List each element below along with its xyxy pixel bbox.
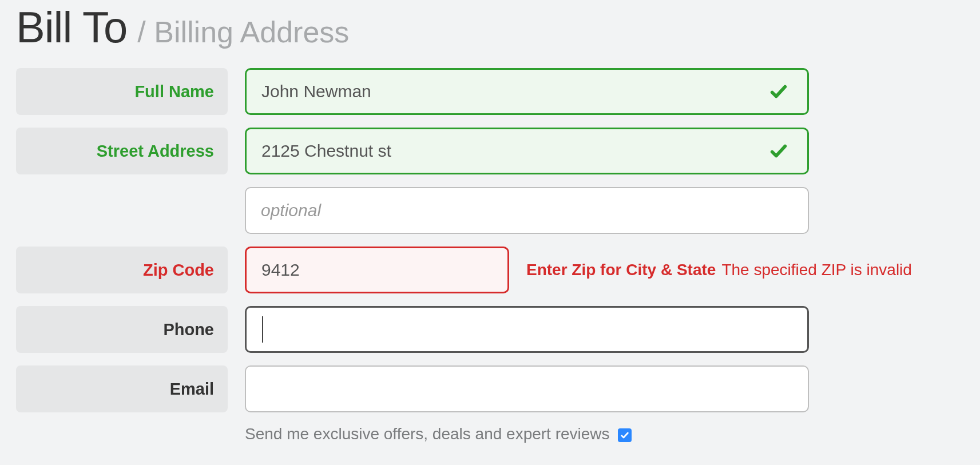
row-zip: Zip Code Enter Zip for City & State The …	[16, 247, 964, 293]
row-consent: Send me exclusive offers, deals and expe…	[16, 425, 964, 443]
zip-wrap	[245, 247, 509, 293]
zip-error: The specified ZIP is invalid	[721, 261, 912, 279]
label-street-address: Street Address	[16, 128, 228, 174]
label-full-name: Full Name	[16, 68, 228, 115]
row-full-name: Full Name	[16, 68, 964, 115]
street-address-2-wrap	[245, 187, 809, 234]
check-icon	[769, 82, 788, 101]
form-heading: Bill To / Billing Address	[16, 0, 964, 52]
row-email: Email	[16, 365, 964, 412]
phone-wrap	[245, 306, 809, 353]
row-phone: Phone	[16, 306, 964, 353]
consent-label: Send me exclusive offers, deals and expe…	[245, 425, 632, 443]
street-address-wrap	[245, 128, 809, 174]
full-name-wrap	[245, 68, 809, 115]
row-street-address: Street Address	[16, 128, 964, 174]
label-street-address-2	[16, 187, 228, 234]
billing-form: Bill To / Billing Address Full Name Stre…	[0, 0, 980, 465]
street-address-input[interactable]	[245, 128, 809, 174]
row-street-address-2	[16, 187, 964, 234]
zip-input[interactable]	[245, 247, 509, 293]
email-input[interactable]	[245, 365, 809, 412]
check-icon	[769, 141, 788, 161]
consent-checkbox[interactable]	[618, 428, 632, 442]
email-wrap	[245, 365, 809, 412]
full-name-input[interactable]	[245, 68, 809, 115]
label-phone: Phone	[16, 306, 228, 353]
zip-message: Enter Zip for City & State The specified…	[526, 247, 964, 293]
text-cursor	[262, 316, 263, 343]
consent-text: Send me exclusive offers, deals and expe…	[245, 425, 610, 443]
check-icon	[620, 431, 629, 440]
label-email: Email	[16, 365, 228, 412]
label-zip: Zip Code	[16, 247, 228, 293]
heading-main: Bill To	[16, 2, 127, 52]
street-address-2-input[interactable]	[245, 187, 809, 234]
heading-sub: / Billing Address	[137, 15, 349, 49]
zip-hint: Enter Zip for City & State	[526, 261, 716, 279]
phone-input[interactable]	[245, 306, 809, 353]
